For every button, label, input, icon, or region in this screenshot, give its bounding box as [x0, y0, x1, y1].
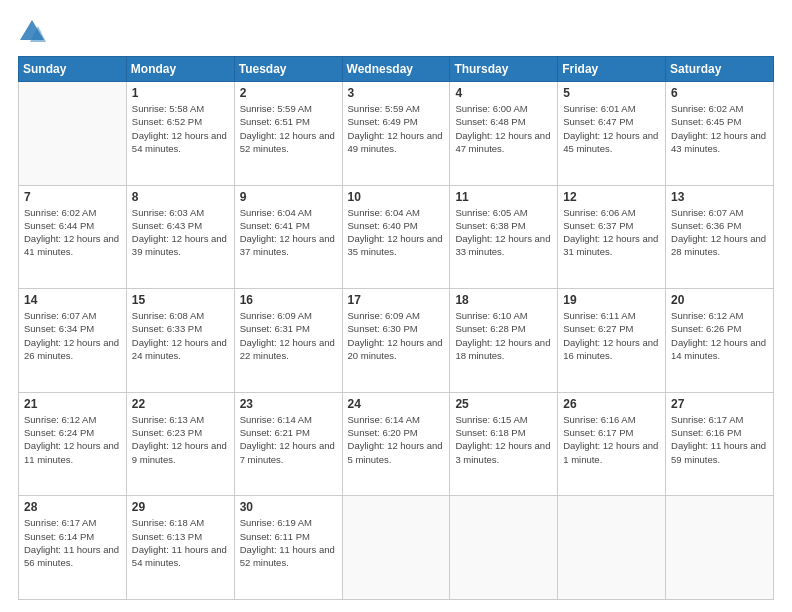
calendar-cell: 24Sunrise: 6:14 AMSunset: 6:20 PMDayligh…	[342, 392, 450, 496]
day-number: 9	[240, 190, 337, 204]
day-number: 12	[563, 190, 660, 204]
calendar-cell: 6Sunrise: 6:02 AMSunset: 6:45 PMDaylight…	[666, 82, 774, 186]
calendar-cell: 7Sunrise: 6:02 AMSunset: 6:44 PMDaylight…	[19, 185, 127, 289]
calendar-cell: 21Sunrise: 6:12 AMSunset: 6:24 PMDayligh…	[19, 392, 127, 496]
day-info: Sunrise: 6:13 AMSunset: 6:23 PMDaylight:…	[132, 413, 229, 466]
calendar-cell: 1Sunrise: 5:58 AMSunset: 6:52 PMDaylight…	[126, 82, 234, 186]
calendar-cell: 8Sunrise: 6:03 AMSunset: 6:43 PMDaylight…	[126, 185, 234, 289]
day-number: 29	[132, 500, 229, 514]
col-header-wednesday: Wednesday	[342, 57, 450, 82]
day-number: 28	[24, 500, 121, 514]
day-info: Sunrise: 5:59 AMSunset: 6:51 PMDaylight:…	[240, 102, 337, 155]
day-number: 20	[671, 293, 768, 307]
day-info: Sunrise: 6:12 AMSunset: 6:24 PMDaylight:…	[24, 413, 121, 466]
day-info: Sunrise: 6:03 AMSunset: 6:43 PMDaylight:…	[132, 206, 229, 259]
col-header-saturday: Saturday	[666, 57, 774, 82]
day-info: Sunrise: 6:09 AMSunset: 6:31 PMDaylight:…	[240, 309, 337, 362]
calendar-week-row: 28Sunrise: 6:17 AMSunset: 6:14 PMDayligh…	[19, 496, 774, 600]
day-number: 7	[24, 190, 121, 204]
day-number: 11	[455, 190, 552, 204]
day-number: 18	[455, 293, 552, 307]
calendar-cell: 16Sunrise: 6:09 AMSunset: 6:31 PMDayligh…	[234, 289, 342, 393]
day-number: 26	[563, 397, 660, 411]
day-info: Sunrise: 6:16 AMSunset: 6:17 PMDaylight:…	[563, 413, 660, 466]
day-info: Sunrise: 6:17 AMSunset: 6:16 PMDaylight:…	[671, 413, 768, 466]
calendar-cell: 23Sunrise: 6:14 AMSunset: 6:21 PMDayligh…	[234, 392, 342, 496]
day-info: Sunrise: 6:00 AMSunset: 6:48 PMDaylight:…	[455, 102, 552, 155]
day-number: 16	[240, 293, 337, 307]
day-info: Sunrise: 6:12 AMSunset: 6:26 PMDaylight:…	[671, 309, 768, 362]
calendar-cell: 26Sunrise: 6:16 AMSunset: 6:17 PMDayligh…	[558, 392, 666, 496]
calendar-cell	[19, 82, 127, 186]
calendar-week-row: 1Sunrise: 5:58 AMSunset: 6:52 PMDaylight…	[19, 82, 774, 186]
day-info: Sunrise: 5:58 AMSunset: 6:52 PMDaylight:…	[132, 102, 229, 155]
day-info: Sunrise: 5:59 AMSunset: 6:49 PMDaylight:…	[348, 102, 445, 155]
day-number: 27	[671, 397, 768, 411]
calendar-cell: 4Sunrise: 6:00 AMSunset: 6:48 PMDaylight…	[450, 82, 558, 186]
day-number: 10	[348, 190, 445, 204]
calendar-cell: 28Sunrise: 6:17 AMSunset: 6:14 PMDayligh…	[19, 496, 127, 600]
day-info: Sunrise: 6:15 AMSunset: 6:18 PMDaylight:…	[455, 413, 552, 466]
day-info: Sunrise: 6:08 AMSunset: 6:33 PMDaylight:…	[132, 309, 229, 362]
day-number: 3	[348, 86, 445, 100]
calendar-cell: 12Sunrise: 6:06 AMSunset: 6:37 PMDayligh…	[558, 185, 666, 289]
calendar-cell: 18Sunrise: 6:10 AMSunset: 6:28 PMDayligh…	[450, 289, 558, 393]
calendar-cell: 19Sunrise: 6:11 AMSunset: 6:27 PMDayligh…	[558, 289, 666, 393]
calendar-cell: 9Sunrise: 6:04 AMSunset: 6:41 PMDaylight…	[234, 185, 342, 289]
day-info: Sunrise: 6:17 AMSunset: 6:14 PMDaylight:…	[24, 516, 121, 569]
day-number: 19	[563, 293, 660, 307]
day-info: Sunrise: 6:07 AMSunset: 6:36 PMDaylight:…	[671, 206, 768, 259]
day-number: 25	[455, 397, 552, 411]
col-header-thursday: Thursday	[450, 57, 558, 82]
col-header-monday: Monday	[126, 57, 234, 82]
calendar-cell: 5Sunrise: 6:01 AMSunset: 6:47 PMDaylight…	[558, 82, 666, 186]
day-number: 5	[563, 86, 660, 100]
calendar-cell: 30Sunrise: 6:19 AMSunset: 6:11 PMDayligh…	[234, 496, 342, 600]
calendar-cell	[558, 496, 666, 600]
day-info: Sunrise: 6:04 AMSunset: 6:41 PMDaylight:…	[240, 206, 337, 259]
day-number: 21	[24, 397, 121, 411]
day-number: 22	[132, 397, 229, 411]
calendar-cell	[450, 496, 558, 600]
day-info: Sunrise: 6:01 AMSunset: 6:47 PMDaylight:…	[563, 102, 660, 155]
day-number: 23	[240, 397, 337, 411]
calendar-cell: 15Sunrise: 6:08 AMSunset: 6:33 PMDayligh…	[126, 289, 234, 393]
day-number: 13	[671, 190, 768, 204]
day-info: Sunrise: 6:09 AMSunset: 6:30 PMDaylight:…	[348, 309, 445, 362]
day-info: Sunrise: 6:14 AMSunset: 6:20 PMDaylight:…	[348, 413, 445, 466]
day-info: Sunrise: 6:05 AMSunset: 6:38 PMDaylight:…	[455, 206, 552, 259]
day-number: 15	[132, 293, 229, 307]
calendar-table: SundayMondayTuesdayWednesdayThursdayFrid…	[18, 56, 774, 600]
calendar-week-row: 21Sunrise: 6:12 AMSunset: 6:24 PMDayligh…	[19, 392, 774, 496]
day-info: Sunrise: 6:04 AMSunset: 6:40 PMDaylight:…	[348, 206, 445, 259]
calendar-cell: 29Sunrise: 6:18 AMSunset: 6:13 PMDayligh…	[126, 496, 234, 600]
day-number: 8	[132, 190, 229, 204]
day-number: 24	[348, 397, 445, 411]
logo-icon	[18, 18, 46, 46]
page: SundayMondayTuesdayWednesdayThursdayFrid…	[0, 0, 792, 612]
calendar-cell: 27Sunrise: 6:17 AMSunset: 6:16 PMDayligh…	[666, 392, 774, 496]
col-header-sunday: Sunday	[19, 57, 127, 82]
day-info: Sunrise: 6:11 AMSunset: 6:27 PMDaylight:…	[563, 309, 660, 362]
day-info: Sunrise: 6:07 AMSunset: 6:34 PMDaylight:…	[24, 309, 121, 362]
calendar-cell: 10Sunrise: 6:04 AMSunset: 6:40 PMDayligh…	[342, 185, 450, 289]
calendar-cell: 11Sunrise: 6:05 AMSunset: 6:38 PMDayligh…	[450, 185, 558, 289]
day-info: Sunrise: 6:19 AMSunset: 6:11 PMDaylight:…	[240, 516, 337, 569]
calendar-cell: 3Sunrise: 5:59 AMSunset: 6:49 PMDaylight…	[342, 82, 450, 186]
calendar-cell: 2Sunrise: 5:59 AMSunset: 6:51 PMDaylight…	[234, 82, 342, 186]
day-info: Sunrise: 6:02 AMSunset: 6:44 PMDaylight:…	[24, 206, 121, 259]
logo	[18, 18, 50, 46]
day-number: 14	[24, 293, 121, 307]
calendar-cell: 20Sunrise: 6:12 AMSunset: 6:26 PMDayligh…	[666, 289, 774, 393]
calendar-week-row: 7Sunrise: 6:02 AMSunset: 6:44 PMDaylight…	[19, 185, 774, 289]
calendar-cell	[666, 496, 774, 600]
day-info: Sunrise: 6:02 AMSunset: 6:45 PMDaylight:…	[671, 102, 768, 155]
header	[18, 18, 774, 46]
day-number: 1	[132, 86, 229, 100]
calendar-cell: 13Sunrise: 6:07 AMSunset: 6:36 PMDayligh…	[666, 185, 774, 289]
calendar-cell: 22Sunrise: 6:13 AMSunset: 6:23 PMDayligh…	[126, 392, 234, 496]
calendar-cell: 25Sunrise: 6:15 AMSunset: 6:18 PMDayligh…	[450, 392, 558, 496]
day-number: 30	[240, 500, 337, 514]
day-info: Sunrise: 6:06 AMSunset: 6:37 PMDaylight:…	[563, 206, 660, 259]
col-header-friday: Friday	[558, 57, 666, 82]
